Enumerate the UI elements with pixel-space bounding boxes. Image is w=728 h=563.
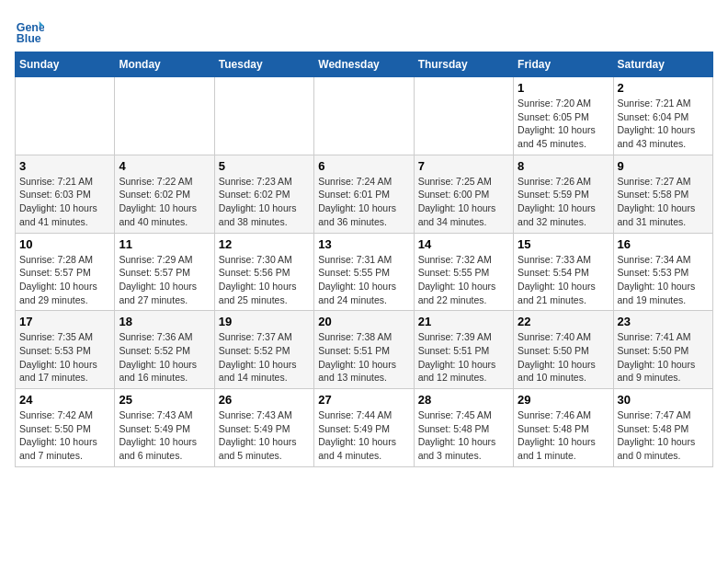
day-number: 19 bbox=[219, 315, 310, 328]
day-number: 12 bbox=[219, 237, 310, 251]
calendar-cell: 14Sunrise: 7:32 AM Sunset: 5:55 PM Dayli… bbox=[414, 233, 513, 311]
day-info: Sunrise: 7:26 AM Sunset: 5:59 PM Dayligh… bbox=[518, 175, 609, 229]
calendar-header-row: SundayMondayTuesdayWednesdayThursdayFrid… bbox=[16, 52, 713, 77]
day-header-saturday: Saturday bbox=[613, 52, 712, 77]
day-info: Sunrise: 7:36 AM Sunset: 5:52 PM Dayligh… bbox=[119, 330, 210, 385]
day-info: Sunrise: 7:43 AM Sunset: 5:49 PM Dayligh… bbox=[219, 408, 310, 463]
calendar-cell: 24Sunrise: 7:42 AM Sunset: 5:50 PM Dayli… bbox=[16, 389, 115, 467]
calendar-cell: 19Sunrise: 7:37 AM Sunset: 5:52 PM Dayli… bbox=[214, 311, 313, 389]
day-info: Sunrise: 7:31 AM Sunset: 5:55 PM Dayligh… bbox=[318, 253, 409, 307]
calendar-cell bbox=[314, 77, 414, 155]
calendar-cell bbox=[16, 77, 115, 155]
day-info: Sunrise: 7:43 AM Sunset: 5:49 PM Dayligh… bbox=[119, 408, 210, 463]
day-info: Sunrise: 7:39 AM Sunset: 5:51 PM Dayligh… bbox=[418, 330, 509, 385]
calendar-cell: 27Sunrise: 7:44 AM Sunset: 5:49 PM Dayli… bbox=[314, 389, 414, 467]
calendar-cell bbox=[414, 77, 513, 155]
calendar-cell: 1Sunrise: 7:20 AM Sunset: 6:05 PM Daylig… bbox=[514, 77, 613, 155]
day-number: 8 bbox=[518, 159, 609, 173]
day-number: 10 bbox=[19, 237, 110, 251]
day-number: 5 bbox=[219, 159, 310, 173]
day-number: 24 bbox=[19, 393, 110, 407]
day-info: Sunrise: 7:42 AM Sunset: 5:50 PM Dayligh… bbox=[19, 408, 110, 463]
day-number: 14 bbox=[418, 237, 509, 251]
calendar-cell bbox=[214, 77, 313, 155]
day-header-friday: Friday bbox=[514, 52, 613, 77]
calendar-cell: 17Sunrise: 7:35 AM Sunset: 5:53 PM Dayli… bbox=[16, 311, 115, 389]
day-header-monday: Monday bbox=[115, 52, 214, 77]
day-number: 1 bbox=[518, 81, 609, 95]
calendar-cell: 22Sunrise: 7:40 AM Sunset: 5:50 PM Dayli… bbox=[514, 311, 613, 389]
calendar-cell: 23Sunrise: 7:41 AM Sunset: 5:50 PM Dayli… bbox=[613, 311, 712, 389]
day-info: Sunrise: 7:47 AM Sunset: 5:48 PM Dayligh… bbox=[618, 408, 709, 463]
calendar-week-2: 3Sunrise: 7:21 AM Sunset: 6:03 PM Daylig… bbox=[16, 155, 713, 233]
calendar-cell: 16Sunrise: 7:34 AM Sunset: 5:53 PM Dayli… bbox=[613, 233, 712, 311]
calendar-week-5: 24Sunrise: 7:42 AM Sunset: 5:50 PM Dayli… bbox=[16, 389, 713, 467]
logo-icon: General Blue bbox=[15, 15, 44, 44]
day-number: 20 bbox=[318, 315, 409, 328]
calendar-cell: 28Sunrise: 7:45 AM Sunset: 5:48 PM Dayli… bbox=[414, 389, 513, 467]
calendar-cell: 26Sunrise: 7:43 AM Sunset: 5:49 PM Dayli… bbox=[214, 389, 313, 467]
day-info: Sunrise: 7:25 AM Sunset: 6:00 PM Dayligh… bbox=[418, 175, 509, 229]
day-number: 28 bbox=[418, 393, 509, 407]
day-info: Sunrise: 7:44 AM Sunset: 5:49 PM Dayligh… bbox=[318, 408, 409, 463]
day-number: 25 bbox=[119, 393, 210, 407]
calendar-cell: 12Sunrise: 7:30 AM Sunset: 5:56 PM Dayli… bbox=[214, 233, 313, 311]
day-header-sunday: Sunday bbox=[16, 52, 115, 77]
day-number: 17 bbox=[19, 315, 110, 328]
day-header-tuesday: Tuesday bbox=[214, 52, 313, 77]
day-number: 18 bbox=[119, 315, 210, 328]
day-number: 26 bbox=[219, 393, 310, 407]
calendar-cell: 5Sunrise: 7:23 AM Sunset: 6:02 PM Daylig… bbox=[214, 155, 313, 233]
day-number: 23 bbox=[618, 315, 709, 328]
calendar-table: SundayMondayTuesdayWednesdayThursdayFrid… bbox=[15, 52, 713, 467]
day-number: 7 bbox=[418, 159, 509, 173]
calendar-cell: 6Sunrise: 7:24 AM Sunset: 6:01 PM Daylig… bbox=[314, 155, 414, 233]
calendar-cell: 7Sunrise: 7:25 AM Sunset: 6:00 PM Daylig… bbox=[414, 155, 513, 233]
day-info: Sunrise: 7:38 AM Sunset: 5:51 PM Dayligh… bbox=[318, 330, 409, 385]
calendar-week-3: 10Sunrise: 7:28 AM Sunset: 5:57 PM Dayli… bbox=[16, 233, 713, 311]
day-info: Sunrise: 7:37 AM Sunset: 5:52 PM Dayligh… bbox=[219, 330, 310, 385]
calendar-cell: 4Sunrise: 7:22 AM Sunset: 6:02 PM Daylig… bbox=[115, 155, 214, 233]
calendar-cell: 11Sunrise: 7:29 AM Sunset: 5:57 PM Dayli… bbox=[115, 233, 214, 311]
day-info: Sunrise: 7:40 AM Sunset: 5:50 PM Dayligh… bbox=[518, 330, 609, 385]
day-number: 30 bbox=[618, 393, 709, 407]
day-info: Sunrise: 7:27 AM Sunset: 5:58 PM Dayligh… bbox=[618, 175, 709, 229]
day-number: 6 bbox=[318, 159, 409, 173]
calendar-cell: 10Sunrise: 7:28 AM Sunset: 5:57 PM Dayli… bbox=[16, 233, 115, 311]
calendar-cell: 21Sunrise: 7:39 AM Sunset: 5:51 PM Dayli… bbox=[414, 311, 513, 389]
calendar-cell: 9Sunrise: 7:27 AM Sunset: 5:58 PM Daylig… bbox=[613, 155, 712, 233]
svg-text:Blue: Blue bbox=[17, 32, 41, 44]
calendar-cell: 25Sunrise: 7:43 AM Sunset: 5:49 PM Dayli… bbox=[115, 389, 214, 467]
day-info: Sunrise: 7:41 AM Sunset: 5:50 PM Dayligh… bbox=[618, 330, 709, 385]
logo: General Blue bbox=[15, 15, 44, 44]
day-info: Sunrise: 7:46 AM Sunset: 5:48 PM Dayligh… bbox=[518, 408, 609, 463]
calendar-cell: 2Sunrise: 7:21 AM Sunset: 6:04 PM Daylig… bbox=[613, 77, 712, 155]
day-info: Sunrise: 7:23 AM Sunset: 6:02 PM Dayligh… bbox=[219, 175, 310, 229]
day-number: 2 bbox=[618, 81, 709, 95]
day-header-wednesday: Wednesday bbox=[314, 52, 414, 77]
day-info: Sunrise: 7:22 AM Sunset: 6:02 PM Dayligh… bbox=[119, 175, 210, 229]
day-info: Sunrise: 7:33 AM Sunset: 5:54 PM Dayligh… bbox=[518, 253, 609, 307]
calendar-week-4: 17Sunrise: 7:35 AM Sunset: 5:53 PM Dayli… bbox=[16, 311, 713, 389]
day-number: 16 bbox=[618, 237, 709, 251]
day-info: Sunrise: 7:21 AM Sunset: 6:03 PM Dayligh… bbox=[19, 175, 110, 229]
calendar-cell: 13Sunrise: 7:31 AM Sunset: 5:55 PM Dayli… bbox=[314, 233, 414, 311]
day-info: Sunrise: 7:28 AM Sunset: 5:57 PM Dayligh… bbox=[19, 253, 110, 307]
day-info: Sunrise: 7:30 AM Sunset: 5:56 PM Dayligh… bbox=[219, 253, 310, 307]
day-number: 4 bbox=[119, 159, 210, 173]
calendar-cell bbox=[115, 77, 214, 155]
calendar-cell: 8Sunrise: 7:26 AM Sunset: 5:59 PM Daylig… bbox=[514, 155, 613, 233]
day-number: 15 bbox=[518, 237, 609, 251]
day-number: 9 bbox=[618, 159, 709, 173]
day-number: 22 bbox=[518, 315, 609, 328]
day-info: Sunrise: 7:20 AM Sunset: 6:05 PM Dayligh… bbox=[518, 97, 609, 151]
day-number: 11 bbox=[119, 237, 210, 251]
day-header-thursday: Thursday bbox=[414, 52, 513, 77]
day-number: 3 bbox=[19, 159, 110, 173]
day-number: 21 bbox=[418, 315, 509, 328]
day-info: Sunrise: 7:35 AM Sunset: 5:53 PM Dayligh… bbox=[19, 330, 110, 385]
calendar-cell: 29Sunrise: 7:46 AM Sunset: 5:48 PM Dayli… bbox=[514, 389, 613, 467]
day-info: Sunrise: 7:34 AM Sunset: 5:53 PM Dayligh… bbox=[618, 253, 709, 307]
day-number: 29 bbox=[518, 393, 609, 407]
calendar-cell: 20Sunrise: 7:38 AM Sunset: 5:51 PM Dayli… bbox=[314, 311, 414, 389]
